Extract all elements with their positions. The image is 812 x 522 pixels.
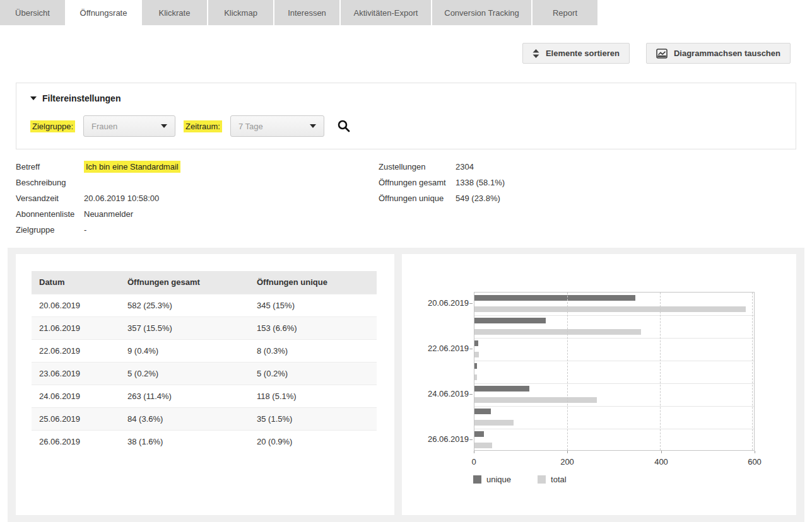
tab-interessen[interactable]: Interessen — [274, 0, 339, 25]
gridline — [752, 293, 753, 450]
x-axis-label: 200 — [560, 457, 574, 467]
cell-gesamt: 357 (15.5%) — [120, 316, 249, 339]
cell-date: 20.06.2019 — [32, 294, 120, 316]
abonnentenliste-value: Neuanmelder — [84, 209, 133, 219]
mailing-details: Betreff Ich bin eine Standardmail Beschr… — [16, 159, 180, 238]
mailing-stats: Zustellungen 2304 Öffnungen gesamt 1338 … — [379, 159, 505, 206]
x-axis-label: 400 — [654, 457, 668, 467]
y-axis-label: 26.06.2019 — [402, 434, 469, 444]
chart-plot — [474, 292, 755, 451]
zielgruppe-select[interactable]: Frauen — [83, 115, 175, 137]
zustellungen-value: 2304 — [456, 162, 474, 171]
cell-gesamt: 84 (3.6%) — [120, 407, 249, 430]
tab-aktivitaeten-export[interactable]: Aktivitäten-Export — [341, 0, 431, 25]
collapse-caret-icon — [30, 96, 37, 100]
zielgruppe-selected-value: Frauen — [91, 122, 117, 131]
detail-row: Betreff Ich bin eine Standardmail — [16, 159, 180, 175]
sort-elements-button[interactable]: Elemente sortieren — [522, 43, 630, 64]
line-chart-icon — [656, 49, 668, 59]
cell-gesamt: 38 (1.6%) — [120, 430, 249, 453]
oeffnungen-unique-label: Öffnungen unique — [379, 194, 456, 203]
table-row: 26.06.2019 38 (1.6%) 20 (0.9%) — [32, 430, 377, 453]
x-axis-label: 600 — [748, 457, 762, 467]
x-axis-tick — [755, 451, 755, 453]
group-separator — [474, 429, 754, 429]
zielgruppe-detail-value: - — [84, 225, 86, 235]
legend-label-unique: unique — [486, 475, 511, 484]
bar-unique-24.06.2019 — [474, 386, 529, 392]
col-oeffnungen-gesamt: Öffnungen gesamt — [120, 271, 249, 294]
cell-gesamt: 582 (25.3%) — [120, 294, 249, 316]
cell-date: 22.06.2019 — [32, 339, 120, 362]
cell-unique: 20 (0.9%) — [249, 430, 377, 453]
table-row: 20.06.2019 582 (25.3%) 345 (15%) — [32, 294, 377, 316]
results-section: Datum Öffnungen gesamt Öffnungen unique … — [8, 248, 804, 522]
zeitraum-select[interactable]: 7 Tage — [230, 115, 324, 137]
tab-report[interactable]: Report — [533, 0, 597, 25]
group-separator — [474, 406, 754, 407]
cell-gesamt: 9 (0.4%) — [120, 339, 249, 362]
oeffnungsrate-page: Übersicht Öffnungsrate Klickrate Klickma… — [0, 0, 812, 522]
y-axis-label: 22.06.2019 — [402, 344, 469, 353]
search-button[interactable] — [337, 119, 351, 133]
bar-unique-26.06.2019 — [474, 431, 484, 437]
swap-chart-axes-label: Diagrammachsen tauschen — [674, 49, 780, 58]
zielgruppe-label: Zielgruppe: — [30, 120, 75, 132]
swap-chart-axes-button[interactable]: Diagrammachsen tauschen — [646, 43, 791, 64]
tab-klickrate[interactable]: Klickrate — [142, 0, 207, 25]
legend-label-total: total — [551, 475, 567, 484]
filter-settings-toggle[interactable]: Filtereinstellungen — [30, 93, 121, 103]
stat-row: Zustellungen 2304 — [379, 159, 505, 175]
cell-unique: 345 (15%) — [249, 294, 377, 316]
cell-date: 25.06.2019 — [32, 407, 120, 430]
toolbar: Elemente sortieren Diagrammachsen tausch… — [522, 43, 791, 64]
zeitraum-selected-value: 7 Tage — [238, 122, 263, 131]
bar-total-24.06.2019 — [474, 397, 597, 403]
zustellungen-label: Zustellungen — [379, 162, 456, 171]
sort-elements-label: Elemente sortieren — [546, 49, 620, 58]
beschreibung-label: Beschreibung — [16, 178, 84, 187]
y-axis-tick — [469, 394, 473, 395]
cell-unique: 118 (5.1%) — [249, 385, 377, 407]
x-axis-tick — [474, 451, 474, 453]
y-axis-tick — [469, 439, 473, 440]
chevron-down-icon — [161, 124, 167, 128]
chevron-down-icon — [310, 124, 316, 128]
stat-row: Öffnungen unique 549 (23.8%) — [379, 190, 505, 206]
table-row: 22.06.2019 9 (0.4%) 8 (0.3%) — [32, 339, 377, 362]
col-oeffnungen-unique: Öffnungen unique — [249, 271, 377, 294]
oeffnungen-gesamt-label: Öffnungen gesamt — [379, 178, 456, 187]
zeitraum-label: Zeitraum: — [184, 120, 222, 132]
cell-date: 21.06.2019 — [32, 316, 120, 339]
x-axis-tick — [661, 451, 662, 453]
detail-row: Versandzeit 20.06.2019 10:58:00 — [16, 190, 180, 206]
open-rate-table: Datum Öffnungen gesamt Öffnungen unique … — [32, 271, 377, 453]
y-axis-tick — [469, 349, 473, 349]
filter-settings-box: Filtereinstellungen Zielgruppe: Frauen Z… — [16, 83, 796, 149]
abonnentenliste-label: Abonnentenliste — [16, 209, 84, 219]
bar-unique-21.06.2019 — [474, 318, 546, 323]
group-separator — [474, 315, 754, 316]
cell-gesamt: 263 (11.4%) — [120, 385, 249, 407]
chart-legend: unique total — [473, 475, 567, 484]
legend-item-unique: unique — [473, 475, 511, 484]
zielgruppe-detail-label: Zielgruppe — [16, 225, 84, 235]
search-icon — [337, 119, 351, 133]
tab-klickmap[interactable]: Klickmap — [208, 0, 273, 25]
versandzeit-value: 20.06.2019 10:58:00 — [84, 194, 159, 203]
tab-oeffnungsrate[interactable]: Öffnungsrate — [66, 0, 141, 25]
legend-swatch-unique — [473, 475, 481, 484]
group-separator — [474, 383, 754, 384]
cell-unique: 35 (1.5%) — [249, 407, 377, 430]
oeffnungen-gesamt-value: 1338 (58.1%) — [456, 178, 505, 187]
tab-conversion-tracking[interactable]: Conversion Tracking — [432, 0, 531, 25]
tab-uebersicht[interactable]: Übersicht — [0, 0, 65, 25]
sort-icon — [533, 49, 539, 58]
y-axis-label: 20.06.2019 — [402, 298, 469, 308]
cell-unique: 153 (6.6%) — [249, 316, 377, 339]
stat-row: Öffnungen gesamt 1338 (58.1%) — [379, 175, 505, 190]
col-datum: Datum — [32, 271, 120, 294]
cell-date: 26.06.2019 — [32, 430, 120, 453]
filter-controls: Zielgruppe: Frauen Zeitraum: 7 Tage — [30, 115, 351, 137]
cell-unique: 8 (0.3%) — [249, 339, 377, 362]
